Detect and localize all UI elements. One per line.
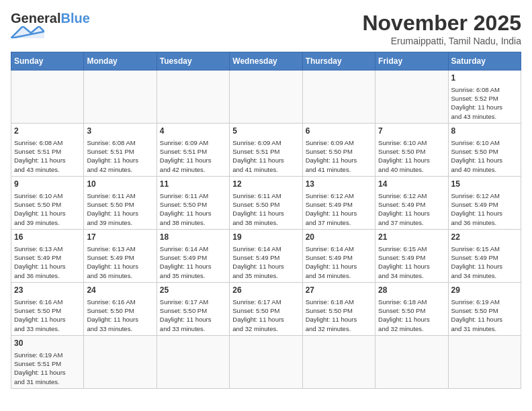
calendar-cell: 20Sunrise: 6:14 AMSunset: 5:49 PMDayligh… — [302, 229, 375, 282]
day-number: 20 — [306, 232, 372, 243]
day-info: Sunrise: 6:12 AMSunset: 5:49 PMDaylight:… — [306, 191, 372, 227]
logo-icon — [11, 26, 44, 38]
day-number: 25 — [160, 285, 226, 296]
weekday-header-thursday: Thursday — [302, 52, 375, 71]
calendar-cell: 27Sunrise: 6:18 AMSunset: 5:50 PMDayligh… — [302, 282, 375, 335]
day-number: 19 — [232, 232, 299, 243]
day-info: Sunrise: 6:10 AMSunset: 5:50 PMDaylight:… — [378, 138, 445, 174]
calendar-cell: 24Sunrise: 6:16 AMSunset: 5:50 PMDayligh… — [84, 282, 157, 335]
day-number: 1 — [451, 73, 518, 84]
day-number: 13 — [306, 179, 372, 190]
day-info: Sunrise: 6:09 AMSunset: 5:51 PMDaylight:… — [160, 138, 226, 174]
day-info: Sunrise: 6:16 AMSunset: 5:50 PMDaylight:… — [87, 298, 153, 333]
day-info: Sunrise: 6:09 AMSunset: 5:51 PMDaylight:… — [232, 138, 299, 174]
calendar-cell — [230, 335, 302, 388]
day-info: Sunrise: 6:19 AMSunset: 5:51 PMDaylight:… — [14, 351, 81, 386]
day-number: 12 — [232, 179, 299, 190]
day-number: 23 — [14, 285, 81, 296]
calendar-cell: 4Sunrise: 6:09 AMSunset: 5:51 PMDaylight… — [157, 123, 229, 176]
day-info: Sunrise: 6:13 AMSunset: 5:49 PMDaylight:… — [87, 244, 153, 280]
calendar-cell: 18Sunrise: 6:14 AMSunset: 5:49 PMDayligh… — [157, 229, 229, 282]
day-info: Sunrise: 6:14 AMSunset: 5:49 PMDaylight:… — [232, 244, 299, 280]
day-number: 8 — [451, 126, 518, 137]
day-number: 11 — [160, 179, 226, 190]
calendar-cell — [11, 71, 84, 124]
day-number: 7 — [378, 126, 445, 137]
calendar-cell — [448, 335, 521, 388]
calendar-week-2: 2Sunrise: 6:08 AMSunset: 5:51 PMDaylight… — [11, 123, 521, 176]
day-number: 5 — [232, 126, 299, 137]
calendar-cell — [302, 335, 375, 388]
day-info: Sunrise: 6:08 AMSunset: 5:52 PMDaylight:… — [451, 85, 518, 121]
calendar-cell — [84, 71, 157, 124]
calendar-week-5: 23Sunrise: 6:16 AMSunset: 5:50 PMDayligh… — [11, 282, 521, 335]
day-number: 6 — [306, 126, 372, 137]
day-number: 4 — [160, 126, 226, 137]
title-block: November 2025 Erumaippatti, Tamil Nadu, … — [362, 11, 521, 46]
calendar-cell: 11Sunrise: 6:11 AMSunset: 5:50 PMDayligh… — [157, 176, 229, 229]
month-title: November 2025 — [362, 11, 521, 36]
day-info: Sunrise: 6:10 AMSunset: 5:50 PMDaylight:… — [451, 138, 518, 174]
day-info: Sunrise: 6:18 AMSunset: 5:50 PMDaylight:… — [306, 298, 372, 333]
calendar-cell: 12Sunrise: 6:11 AMSunset: 5:50 PMDayligh… — [230, 176, 302, 229]
day-number: 28 — [378, 285, 445, 296]
day-info: Sunrise: 6:11 AMSunset: 5:50 PMDaylight:… — [160, 191, 226, 227]
location: Erumaippatti, Tamil Nadu, India — [362, 36, 521, 46]
calendar-cell: 5Sunrise: 6:09 AMSunset: 5:51 PMDaylight… — [230, 123, 302, 176]
calendar-cell: 30Sunrise: 6:19 AMSunset: 5:51 PMDayligh… — [11, 335, 84, 388]
calendar-cell: 22Sunrise: 6:15 AMSunset: 5:49 PMDayligh… — [448, 229, 521, 282]
calendar-cell — [84, 335, 157, 388]
calendar-cell: 19Sunrise: 6:14 AMSunset: 5:49 PMDayligh… — [230, 229, 302, 282]
calendar-cell: 8Sunrise: 6:10 AMSunset: 5:50 PMDaylight… — [448, 123, 521, 176]
day-number: 10 — [87, 179, 153, 190]
day-info: Sunrise: 6:11 AMSunset: 5:50 PMDaylight:… — [87, 191, 153, 227]
day-number: 14 — [378, 179, 445, 190]
day-number: 22 — [451, 232, 518, 243]
logo-blue: Blue — [60, 11, 89, 26]
day-info: Sunrise: 6:08 AMSunset: 5:51 PMDaylight:… — [14, 138, 81, 174]
day-info: Sunrise: 6:10 AMSunset: 5:50 PMDaylight:… — [14, 191, 81, 227]
logo: General Blue — [11, 11, 90, 38]
weekday-header-sunday: Sunday — [11, 52, 84, 71]
day-info: Sunrise: 6:15 AMSunset: 5:49 PMDaylight:… — [451, 244, 518, 280]
calendar-cell: 2Sunrise: 6:08 AMSunset: 5:51 PMDaylight… — [11, 123, 84, 176]
day-info: Sunrise: 6:17 AMSunset: 5:50 PMDaylight:… — [232, 298, 299, 333]
calendar-cell — [302, 71, 375, 124]
day-number: 16 — [14, 232, 81, 243]
calendar-cell: 14Sunrise: 6:12 AMSunset: 5:49 PMDayligh… — [375, 176, 448, 229]
calendar-week-1: 1Sunrise: 6:08 AMSunset: 5:52 PMDaylight… — [11, 71, 521, 124]
day-info: Sunrise: 6:13 AMSunset: 5:49 PMDaylight:… — [14, 244, 81, 280]
calendar-week-6: 30Sunrise: 6:19 AMSunset: 5:51 PMDayligh… — [11, 335, 521, 388]
calendar-cell — [157, 335, 229, 388]
calendar-week-3: 9Sunrise: 6:10 AMSunset: 5:50 PMDaylight… — [11, 176, 521, 229]
calendar-cell — [230, 71, 302, 124]
calendar-cell: 28Sunrise: 6:18 AMSunset: 5:50 PMDayligh… — [375, 282, 448, 335]
day-number: 21 — [378, 232, 445, 243]
calendar-cell: 21Sunrise: 6:15 AMSunset: 5:49 PMDayligh… — [375, 229, 448, 282]
calendar-cell — [375, 71, 448, 124]
day-info: Sunrise: 6:19 AMSunset: 5:50 PMDaylight:… — [451, 298, 518, 333]
day-info: Sunrise: 6:16 AMSunset: 5:50 PMDaylight:… — [14, 298, 81, 333]
day-number: 15 — [451, 179, 518, 190]
logo-general: General — [11, 11, 60, 26]
calendar-cell — [375, 335, 448, 388]
calendar-cell: 10Sunrise: 6:11 AMSunset: 5:50 PMDayligh… — [84, 176, 157, 229]
day-number: 9 — [14, 179, 81, 190]
day-info: Sunrise: 6:18 AMSunset: 5:50 PMDaylight:… — [378, 298, 445, 333]
weekday-header-saturday: Saturday — [448, 52, 521, 71]
calendar-cell: 25Sunrise: 6:17 AMSunset: 5:50 PMDayligh… — [157, 282, 229, 335]
calendar-cell: 15Sunrise: 6:12 AMSunset: 5:49 PMDayligh… — [448, 176, 521, 229]
day-info: Sunrise: 6:17 AMSunset: 5:50 PMDaylight:… — [160, 298, 226, 333]
calendar-cell: 26Sunrise: 6:17 AMSunset: 5:50 PMDayligh… — [230, 282, 302, 335]
calendar-cell: 3Sunrise: 6:08 AMSunset: 5:51 PMDaylight… — [84, 123, 157, 176]
day-number: 30 — [14, 338, 81, 349]
calendar-cell: 23Sunrise: 6:16 AMSunset: 5:50 PMDayligh… — [11, 282, 84, 335]
day-info: Sunrise: 6:14 AMSunset: 5:49 PMDaylight:… — [160, 244, 226, 280]
weekday-header-friday: Friday — [375, 52, 448, 71]
day-number: 2 — [14, 126, 81, 137]
day-info: Sunrise: 6:09 AMSunset: 5:50 PMDaylight:… — [306, 138, 372, 174]
day-number: 27 — [306, 285, 372, 296]
calendar-cell: 6Sunrise: 6:09 AMSunset: 5:50 PMDaylight… — [302, 123, 375, 176]
day-number: 26 — [232, 285, 299, 296]
page-header: General Blue November 2025 Erumaippatti,… — [11, 11, 521, 46]
